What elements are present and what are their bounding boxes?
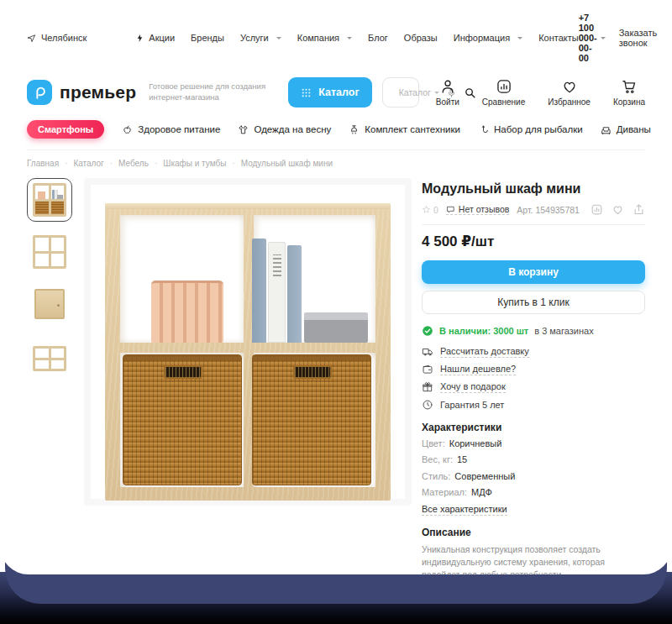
callback-link[interactable]: Заказать звонок — [619, 28, 658, 48]
topbar-item-kompaniya[interactable]: Компания — [297, 33, 352, 43]
add-to-cart-button[interactable]: В корзину — [422, 260, 645, 284]
category-label: Набор для рыбалки — [494, 124, 583, 134]
category-smartphones-badge[interactable]: Смартфоны — [27, 120, 104, 139]
all-specs-link[interactable]: Все характеристики — [422, 504, 507, 516]
rating: 0 — [422, 205, 438, 215]
product-meta: 0 Нет отзывов Арт. 154935781 — [422, 203, 645, 216]
thumbnail-1-selected[interactable] — [27, 178, 72, 222]
topbar-item-informaciya[interactable]: Информация — [454, 33, 522, 43]
description-heading: Описание — [422, 527, 645, 538]
topbar-item-akcii[interactable]: Акции — [135, 33, 175, 43]
thumbnail-image — [33, 235, 66, 269]
topbar-item-brendy[interactable]: Бренды — [191, 33, 224, 43]
phone-number[interactable]: +7 100 000-00-00 — [579, 13, 606, 63]
category-zdorovoe-pitanie[interactable]: Здоровое питание — [122, 124, 220, 135]
stock-stores[interactable]: в 3 магазинах — [534, 326, 593, 336]
topbar-item-kontakty[interactable]: Контакты — [538, 33, 579, 43]
category-santekhnika[interactable]: Комплект сантехники — [349, 124, 460, 135]
buy-one-click-button[interactable]: Купить в 1 клик — [422, 291, 645, 314]
breadcrumb-home[interactable]: Главная — [27, 159, 67, 168]
category-nav: Смартфоны Здоровое питание Одежда на вес… — [27, 120, 645, 139]
chevron-down-icon — [276, 37, 281, 42]
thumbnail-image — [34, 289, 65, 319]
reviews-label: Нет отзывов — [459, 204, 509, 214]
spec-value: 15 — [457, 454, 467, 465]
thumbnail-4[interactable] — [27, 334, 72, 378]
action-label: Корзина — [613, 97, 645, 107]
topbar-item-label: Компания — [297, 33, 339, 43]
breadcrumb-current: Модульный шкаф мини — [241, 159, 333, 168]
fishing-hook-icon — [478, 124, 489, 135]
search-category-label: Каталог — [399, 87, 431, 97]
topbar-item-obrazy[interactable]: Образы — [404, 33, 438, 43]
topbar: Челябинск Акции Бренды Услуги Компания Б… — [27, 0, 645, 63]
stock-count: В наличии: 3000 шт — [439, 326, 528, 336]
catalog-button-label: Каталог — [318, 87, 359, 98]
city-label: Челябинск — [41, 33, 87, 43]
warranty-link[interactable]: Гарантия 5 лет — [422, 399, 645, 411]
compare-button[interactable]: Сравнение — [482, 78, 525, 107]
action-label: Избранное — [548, 97, 591, 107]
stock-status: В наличии: 3000 шт в 3 магазинах — [422, 325, 645, 337]
spec-row: Вес, кг:15 — [422, 454, 645, 465]
topbar-item-label: Акции — [149, 33, 175, 43]
thumbnail-2[interactable] — [27, 230, 72, 274]
topbar-item-label: Блог — [368, 33, 388, 43]
compare-icon[interactable] — [591, 203, 603, 216]
favorites-button[interactable]: Избранное — [548, 78, 591, 107]
category-label: Диваны — [617, 124, 651, 134]
product-image[interactable] — [84, 178, 412, 506]
main-card: Челябинск Акции Бренды Услуги Компания Б… — [0, 0, 672, 574]
topbar-item-blog[interactable]: Блог — [368, 33, 388, 43]
link-label: Нашли дешевле? — [440, 364, 516, 375]
spec-value: Современный — [454, 470, 515, 482]
check-circle-icon — [422, 325, 433, 337]
search-category-dropdown[interactable]: Каталог — [399, 87, 439, 97]
article-number: Арт. 154935781 — [517, 205, 580, 215]
login-button[interactable]: Войти — [436, 78, 459, 107]
divider — [422, 224, 645, 225]
category-odezhda[interactable]: Одежда на весну — [238, 124, 331, 135]
wicker-basket-left — [123, 354, 242, 485]
header-actions: Войти Сравнение Избранное Корзина — [436, 78, 645, 107]
spec-label: Вес, кг: — [422, 454, 453, 465]
category-divany[interactable]: Диваны — [601, 124, 651, 135]
lightning-icon — [135, 34, 144, 43]
breadcrumb-cabinets[interactable]: Шкафы и тумбы — [163, 159, 234, 168]
cart-button[interactable]: Корзина — [613, 78, 645, 107]
city-selector[interactable]: Челябинск — [27, 33, 87, 43]
description-text: Уникальная конструкция позволяет создать… — [422, 543, 645, 574]
link-label: Хочу в подарок — [440, 381, 506, 393]
compare-icon — [496, 78, 512, 95]
logo[interactable]: премьер — [27, 80, 136, 105]
fabric-box — [304, 312, 368, 343]
gift-link[interactable]: Хочу в подарок — [422, 381, 645, 393]
reviews-link[interactable]: Нет отзывов — [446, 204, 509, 215]
breadcrumb-furniture[interactable]: Мебель — [118, 159, 157, 168]
apple-icon — [122, 124, 133, 135]
delivery-link[interactable]: Рассчитать доставку — [422, 346, 645, 358]
thumbnail-3[interactable] — [27, 282, 72, 326]
heart-icon[interactable] — [612, 203, 624, 216]
phone-label: +7 100 000-00-00 — [579, 13, 597, 63]
category-rybalka[interactable]: Набор для рыбалки — [478, 124, 583, 135]
link-label: Рассчитать доставку — [440, 346, 529, 358]
spec-label: Материал: — [422, 486, 467, 498]
action-label: Войти — [436, 97, 459, 107]
breadcrumb-catalog[interactable]: Каталог — [73, 159, 113, 168]
spec-value: МДФ — [471, 486, 492, 498]
user-icon — [439, 78, 456, 95]
topbar-item-label: Услуги — [240, 33, 269, 43]
divider — [27, 149, 645, 150]
topbar-item-label: Образы — [404, 33, 438, 43]
product-title: Модульный шкаф мини — [422, 181, 645, 197]
spec-label: Стиль: — [422, 470, 450, 482]
found-cheaper-link[interactable]: Нашли дешевле? — [422, 364, 645, 375]
topbar-item-uslugi[interactable]: Услуги — [240, 33, 281, 43]
catalog-button[interactable]: Каталог — [288, 77, 371, 107]
chevron-down-icon — [517, 37, 522, 42]
cart-icon — [621, 78, 638, 95]
gift-icon — [422, 381, 433, 393]
search-bar: Каталог — [382, 77, 419, 107]
share-icon[interactable] — [633, 203, 645, 216]
